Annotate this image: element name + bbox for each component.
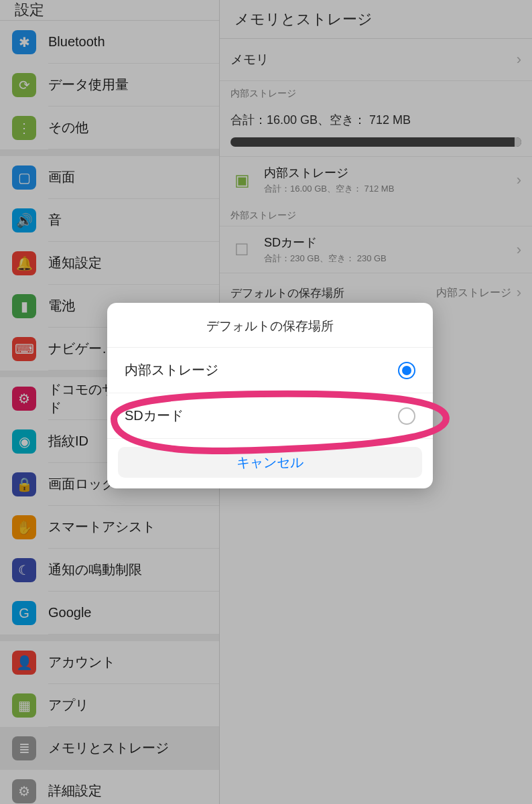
radio-button-icon <box>398 407 415 425</box>
dialog-option-internal[interactable]: 内部ストレージ <box>107 348 433 393</box>
dialog-title: デフォルトの保存場所 <box>107 303 433 348</box>
dialog-option-label: 内部ストレージ <box>125 361 218 379</box>
dialog-option-label: SDカード <box>125 407 184 425</box>
radio-button-icon <box>398 362 415 379</box>
cancel-button-label: キャンセル <box>237 454 304 472</box>
dialog-option-sd[interactable]: SDカード <box>107 393 433 439</box>
default-storage-dialog: デフォルトの保存場所 内部ストレージ SDカード キャンセル <box>107 303 433 488</box>
cancel-button[interactable]: キャンセル <box>118 447 422 478</box>
